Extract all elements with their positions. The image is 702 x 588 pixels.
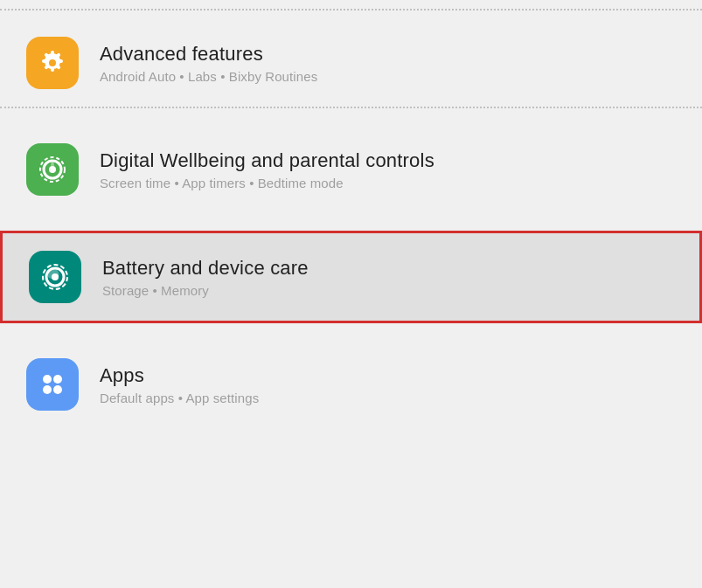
apps-text: Apps Default apps • App settings bbox=[100, 364, 259, 405]
top-dotted-divider bbox=[0, 9, 702, 10]
advanced-features-icon-container bbox=[26, 37, 79, 89]
advanced-features-icon bbox=[37, 47, 68, 79]
apps-title: Apps bbox=[100, 364, 259, 387]
advanced-features-title: Advanced features bbox=[100, 43, 317, 66]
advanced-features-text: Advanced features Android Auto • Labs • … bbox=[100, 43, 317, 84]
digital-wellbeing-text: Digital Wellbeing and parental controls … bbox=[100, 149, 434, 190]
battery-device-care-item[interactable]: Battery and device care Storage • Memory bbox=[0, 231, 702, 323]
svg-point-9 bbox=[53, 385, 62, 394]
svg-point-7 bbox=[53, 375, 62, 384]
apps-icon bbox=[37, 369, 68, 400]
advanced-features-subtitle: Android Auto • Labs • Bixby Routines bbox=[100, 69, 317, 84]
top-divider-area bbox=[0, 0, 702, 19]
bottom-spacer bbox=[0, 428, 702, 588]
digital-wellbeing-icon-container bbox=[26, 143, 79, 196]
spacer-2 bbox=[0, 213, 702, 231]
battery-device-care-subtitle: Storage • Memory bbox=[102, 283, 309, 298]
spacer-3 bbox=[0, 323, 702, 341]
advanced-features-item[interactable]: Advanced features Android Auto • Labs • … bbox=[0, 19, 702, 107]
digital-wellbeing-icon bbox=[37, 154, 68, 185]
digital-wellbeing-subtitle: Screen time • App timers • Bedtime mode bbox=[100, 176, 434, 190]
settings-list: Advanced features Android Auto • Labs • … bbox=[0, 0, 702, 588]
battery-device-care-icon bbox=[39, 261, 71, 293]
apps-item[interactable]: Apps Default apps • App settings bbox=[0, 341, 702, 428]
battery-device-care-icon-container bbox=[29, 251, 81, 303]
digital-wellbeing-item[interactable]: Digital Wellbeing and parental controls … bbox=[0, 126, 702, 213]
battery-device-care-text: Battery and device care Storage • Memory bbox=[102, 257, 309, 298]
apps-icon-container bbox=[26, 358, 79, 411]
spacer-1 bbox=[0, 108, 702, 126]
apps-subtitle: Default apps • App settings bbox=[100, 391, 259, 405]
battery-device-care-title: Battery and device care bbox=[102, 257, 309, 280]
svg-point-6 bbox=[43, 375, 52, 384]
digital-wellbeing-title: Digital Wellbeing and parental controls bbox=[100, 149, 434, 172]
svg-point-8 bbox=[43, 385, 52, 394]
